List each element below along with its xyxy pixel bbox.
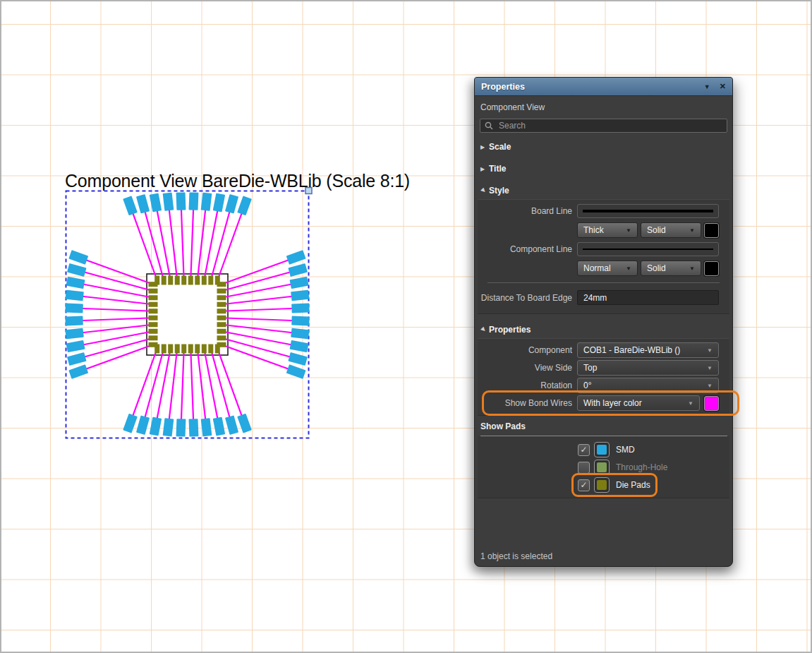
draftsman-workspace[interactable]: Component View BareDie-WBLib (Scale 8:1)… — [0, 0, 812, 653]
section-label: Title — [489, 164, 506, 174]
pad-visibility-checkbox[interactable]: ✓ — [578, 479, 590, 491]
pad-color-swatch[interactable] — [594, 442, 610, 457]
chevron-down-icon: ▼ — [703, 347, 713, 354]
search-box[interactable] — [480, 119, 727, 133]
component-line-preview — [577, 242, 719, 256]
search-icon — [485, 121, 493, 130]
collapse-arrow-icon: ▶ — [480, 144, 489, 150]
distance-to-board-edge-input[interactable] — [577, 290, 719, 305]
bond-wire-color-swatch[interactable] — [704, 396, 719, 411]
dropdown-value: Solid — [647, 225, 666, 235]
chevron-down-icon: ▼ — [622, 227, 631, 234]
show-bond-wires-row: Show Bond Wires With layer color ▼ — [478, 395, 729, 411]
component-view-title[interactable]: Component View BareDie-WBLib (Scale 8:1) — [65, 171, 410, 191]
dropdown-value: COB1 - BareDie-WBLib () — [583, 345, 680, 355]
properties-section-body: Component COB1 - BareDie-WBLib () ▼ View… — [478, 338, 729, 416]
properties-panel: Properties ▼ ✕ Component View ▶ Scale ▶ … — [474, 77, 733, 567]
chevron-down-icon: ▼ — [685, 227, 695, 234]
chevron-down-icon: ▼ — [622, 265, 631, 272]
chevron-down-icon: ▼ — [703, 383, 713, 389]
board-line-style-dropdown[interactable]: Solid ▼ — [641, 222, 701, 238]
object-type-label: Component View — [480, 102, 732, 112]
dropdown-value: Top — [583, 363, 597, 373]
show-pads-row-die-pads: ✓Die Pads — [578, 477, 650, 493]
board-line-label: Board Line — [478, 206, 577, 216]
pad-type-label: SMD — [616, 445, 635, 455]
divider — [487, 282, 720, 283]
chevron-down-icon: ▼ — [685, 265, 695, 272]
status-text: 1 object is selected — [480, 551, 552, 561]
collapse-arrow-icon: ▶ — [480, 166, 489, 172]
component-label: Component — [478, 345, 577, 355]
dropdown-value: Solid — [647, 263, 666, 273]
rotation-dropdown[interactable]: 0° ▼ — [577, 378, 719, 393]
chevron-down-icon: ▼ — [684, 400, 693, 407]
panel-close-icon[interactable]: ✕ — [720, 82, 726, 91]
dropdown-value: Normal — [583, 263, 611, 273]
component-line-style-dropdown[interactable]: Solid ▼ — [641, 260, 701, 276]
component-line-color-swatch[interactable] — [704, 261, 719, 276]
show-pads-row-smd: ✓SMD — [578, 442, 635, 457]
show-pads-row-through-hole: Through-Hole — [578, 460, 667, 475]
pad-color-swatch[interactable] — [594, 477, 610, 493]
die-body[interactable] — [147, 274, 228, 355]
section-label: Style — [489, 186, 509, 196]
dropdown-value: 0° — [583, 381, 591, 390]
show-pads-list: ✓SMDThrough-Hole✓Die Pads — [478, 436, 729, 498]
pad-color-swatch[interactable] — [594, 460, 610, 475]
view-side-dropdown[interactable]: Top ▼ — [577, 360, 719, 376]
panel-header[interactable]: Properties ▼ ✕ — [475, 78, 732, 96]
show-pads-label: Show Pads — [480, 421, 727, 436]
show-bond-wires-label: Show Bond Wires — [478, 398, 577, 408]
board-line-width-dropdown[interactable]: Thick ▼ — [577, 222, 638, 238]
dropdown-value: Thick — [583, 225, 604, 235]
search-input[interactable] — [497, 120, 722, 131]
dropdown-value: With layer color — [583, 398, 642, 408]
style-section-body: Board Line Thick ▼ Solid ▼ — [478, 199, 729, 314]
component-line-label: Component Line — [478, 244, 577, 254]
section-label: Scale — [489, 142, 511, 152]
component-dropdown[interactable]: COB1 - BareDie-WBLib () ▼ — [577, 342, 719, 358]
component-line-width-dropdown[interactable]: Normal ▼ — [577, 260, 638, 276]
section-properties[interactable]: ▶ Properties — [480, 324, 732, 335]
distance-to-board-edge-label: Distance To Board Edge — [478, 293, 577, 303]
section-style[interactable]: ▶ Style — [480, 185, 732, 196]
show-bond-wires-dropdown[interactable]: With layer color ▼ — [577, 395, 700, 411]
pad-visibility-checkbox[interactable]: ✓ — [578, 444, 590, 456]
section-title[interactable]: ▶ Title — [480, 163, 732, 174]
board-line-color-swatch[interactable] — [704, 223, 719, 238]
pad-type-label: Die Pads — [616, 480, 650, 490]
section-scale[interactable]: ▶ Scale — [480, 141, 732, 152]
pad-type-label: Through-Hole — [616, 462, 667, 472]
panel-menu-caret-icon[interactable]: ▼ — [704, 83, 710, 90]
rotation-label: Rotation — [478, 381, 577, 390]
view-side-label: View Side — [478, 363, 577, 373]
panel-title: Properties — [481, 82, 525, 92]
board-line-preview — [577, 204, 719, 218]
pad-visibility-checkbox[interactable] — [578, 462, 590, 474]
section-label: Properties — [489, 325, 531, 335]
chevron-down-icon: ▼ — [703, 365, 713, 371]
